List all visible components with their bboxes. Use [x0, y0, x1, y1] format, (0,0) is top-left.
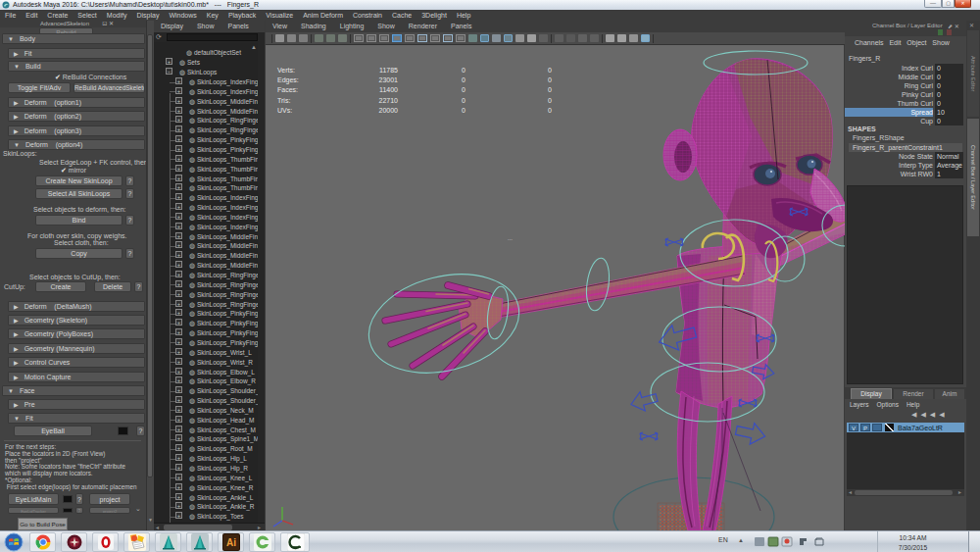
svg-text:Ai: Ai [226, 537, 236, 548]
svg-text:...: ... [508, 235, 513, 241]
